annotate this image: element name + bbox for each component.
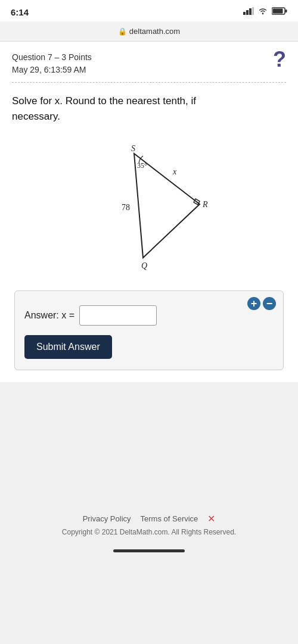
svg-rect-6 [285, 10, 287, 12]
privacy-policy-link[interactable]: Privacy Policy [83, 514, 131, 523]
svg-rect-7 [273, 9, 283, 14]
problem-text: Solve for x. Round to the nearest tenth,… [12, 93, 286, 124]
status-time: 6:14 [11, 7, 29, 17]
minus-button[interactable]: − [263, 297, 276, 310]
battery-icon [272, 7, 287, 17]
terms-of-service-link[interactable]: Terms of Service [141, 514, 198, 523]
svg-text:S: S [131, 144, 135, 153]
svg-text:R: R [202, 200, 208, 209]
url-text: deltamath.com [129, 27, 180, 36]
lock-icon: 🔒 [118, 27, 127, 36]
question-header: Question 7 – 3 Points May 29, 6:13:59 AM… [12, 51, 286, 76]
problem-text-line2: necessary. [12, 111, 60, 122]
wifi-icon [257, 7, 268, 17]
question-meta: Question 7 – 3 Points May 29, 6:13:59 AM [12, 51, 92, 76]
status-icons [243, 7, 287, 17]
diagram-container: S R Q 35° 78 x [12, 136, 286, 290]
svg-text:35°: 35° [137, 161, 147, 170]
svg-point-4 [262, 13, 264, 15]
answer-input[interactable] [79, 305, 157, 326]
svg-rect-0 [243, 12, 246, 15]
help-icon[interactable]: ? [273, 49, 286, 70]
spacer [0, 382, 298, 501]
footer-links: Privacy Policy Terms of Service ✕ [0, 513, 298, 524]
status-bar: 6:14 [0, 0, 298, 21]
answer-label: Answer: x = [24, 310, 74, 321]
answer-row: Answer: x = [24, 305, 274, 326]
plus-button[interactable]: + [247, 297, 260, 310]
svg-rect-2 [249, 8, 252, 15]
browser-bar: 🔒 deltamath.com [0, 21, 298, 42]
home-bar [0, 542, 298, 557]
svg-text:x: x [172, 167, 177, 176]
svg-rect-3 [252, 7, 254, 15]
answer-box: + − Answer: x = Submit Answer [14, 290, 284, 370]
close-icon[interactable]: ✕ [207, 513, 215, 524]
footer: Privacy Policy Terms of Service ✕ Copyri… [0, 501, 298, 542]
problem-text-line1: Solve for x. Round to the nearest tenth,… [12, 95, 196, 107]
divider [12, 82, 286, 83]
svg-text:Q: Q [141, 261, 147, 270]
question-meta-line1: Question 7 – 3 Points [12, 51, 92, 64]
answer-controls: + − [247, 297, 276, 310]
browser-url: 🔒 deltamath.com [118, 27, 180, 36]
main-content: Question 7 – 3 Points May 29, 6:13:59 AM… [0, 42, 298, 382]
triangle-diagram: S R Q 35° 78 x [83, 142, 215, 273]
home-bar-line [113, 549, 185, 552]
footer-copyright: Copyright © 2021 DeltaMath.com. All Righ… [0, 528, 298, 536]
svg-rect-1 [246, 10, 249, 15]
submit-button[interactable]: Submit Answer [24, 335, 112, 359]
signal-icon [243, 7, 254, 17]
question-meta-line2: May 29, 6:13:59 AM [12, 64, 92, 76]
svg-text:78: 78 [122, 203, 130, 212]
